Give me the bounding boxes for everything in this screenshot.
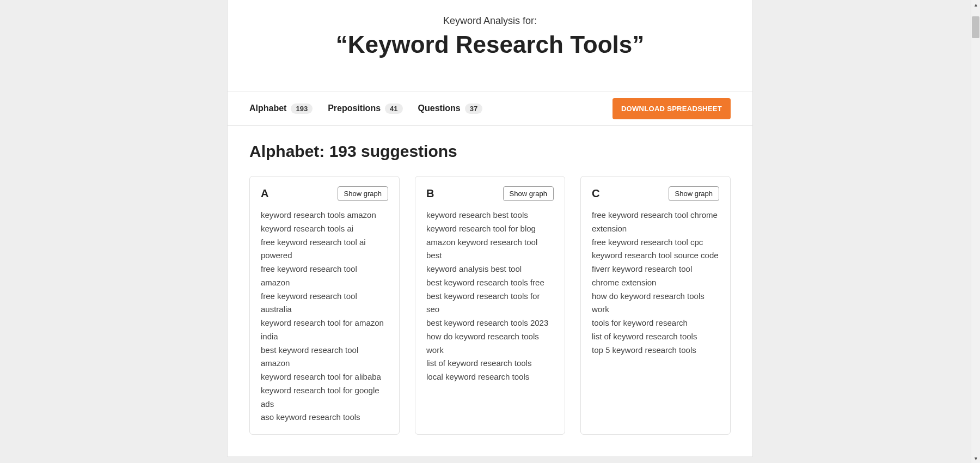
keyword-item: free keyword research tool amazon — [261, 263, 388, 290]
keyword-item: keyword research best tools — [426, 209, 554, 222]
keyword-item: keyword research tools ai — [261, 222, 388, 236]
tab-questions-count: 37 — [465, 103, 482, 114]
tab-alphabet-count: 193 — [291, 103, 313, 114]
scrollbar[interactable]: ▲ ▼ — [971, 0, 980, 463]
card-a: A Show graph keyword research tools amaz… — [249, 176, 400, 435]
keyword-item: list of keyword research tools — [592, 330, 719, 344]
scroll-thumb[interactable] — [972, 16, 979, 38]
card-c-letter: C — [592, 187, 599, 200]
keyword-item: list of keyword research tools — [426, 357, 554, 370]
keyword-item: fiverr keyword research tool chrome exte… — [592, 263, 719, 290]
keyword-item: aso keyword research tools — [261, 411, 388, 424]
keyword-item: keyword research tool for amazon india — [261, 316, 388, 344]
card-a-list: keyword research tools amazon keyword re… — [261, 209, 388, 424]
keyword-item: how do keyword research tools work — [426, 330, 554, 357]
keyword-item: best keyword research tools free — [426, 276, 554, 290]
keyword-item: free keyword research tool chrome extens… — [592, 209, 719, 236]
keyword-item: amazon keyword research tool best — [426, 236, 554, 263]
cards-row: A Show graph keyword research tools amaz… — [249, 176, 731, 435]
section-title: Alphabet: 193 suggestions — [249, 142, 731, 161]
keyword-item: how do keyword research tools work — [592, 290, 719, 317]
keyword-item: free keyword research tool cpc — [592, 236, 719, 249]
scroll-up-icon[interactable]: ▲ — [971, 0, 980, 9]
card-b-list: keyword research best tools keyword rese… — [426, 209, 554, 384]
tab-questions[interactable]: Questions 37 — [418, 103, 483, 114]
tab-alphabet-label: Alphabet — [249, 103, 286, 113]
keyword-item: best keyword research tools 2023 — [426, 316, 554, 330]
tab-questions-label: Questions — [418, 103, 461, 113]
keyword-item: best keyword research tools for seo — [426, 290, 554, 317]
keyword-item: top 5 keyword research tools — [592, 344, 719, 357]
keyword-item: keyword research tool for blog — [426, 222, 554, 236]
download-spreadsheet-button[interactable]: DOWNLOAD SPREADSHEET — [612, 98, 731, 119]
analysis-for-label: Keyword Analysis for: — [228, 15, 752, 27]
keyword-item: keyword research tools amazon — [261, 209, 388, 222]
tab-prepositions-count: 41 — [385, 103, 402, 114]
keyword-item: keyword analysis best tool — [426, 263, 554, 276]
show-graph-button-b[interactable]: Show graph — [503, 186, 554, 201]
keyword-item: free keyword research tool ai powered — [261, 236, 388, 263]
show-graph-button-a[interactable]: Show graph — [338, 186, 388, 201]
tab-prepositions[interactable]: Prepositions 41 — [328, 103, 402, 114]
keyword-item: local keyword research tools — [426, 370, 554, 384]
keyword-item: best keyword research tool amazon — [261, 344, 388, 371]
keyword-title: “Keyword Research Tools” — [228, 31, 752, 58]
card-b-letter: B — [426, 187, 434, 200]
keyword-item: tools for keyword research — [592, 316, 719, 330]
show-graph-button-c[interactable]: Show graph — [669, 186, 719, 201]
card-b: B Show graph keyword research best tools… — [415, 176, 565, 435]
card-c: C Show graph free keyword research tool … — [580, 176, 731, 435]
content-panel: Keyword Analysis for: “Keyword Research … — [227, 0, 753, 457]
keyword-item: keyword research tool for alibaba — [261, 370, 388, 384]
card-c-list: free keyword research tool chrome extens… — [592, 209, 719, 357]
alphabet-section: Alphabet: 193 suggestions A Show graph k… — [228, 126, 752, 456]
card-a-letter: A — [261, 187, 268, 200]
keyword-item: free keyword research tool australia — [261, 290, 388, 317]
keyword-item: keyword research tool for google ads — [261, 384, 388, 411]
tab-alphabet[interactable]: Alphabet 193 — [249, 103, 313, 114]
tab-prepositions-label: Prepositions — [328, 103, 381, 113]
tabs-bar: Alphabet 193 Prepositions 41 Questions 3… — [228, 91, 752, 126]
keyword-item: keyword research tool source code — [592, 249, 719, 263]
page-header: Keyword Analysis for: “Keyword Research … — [228, 0, 752, 91]
scroll-down-icon[interactable]: ▼ — [971, 454, 980, 463]
